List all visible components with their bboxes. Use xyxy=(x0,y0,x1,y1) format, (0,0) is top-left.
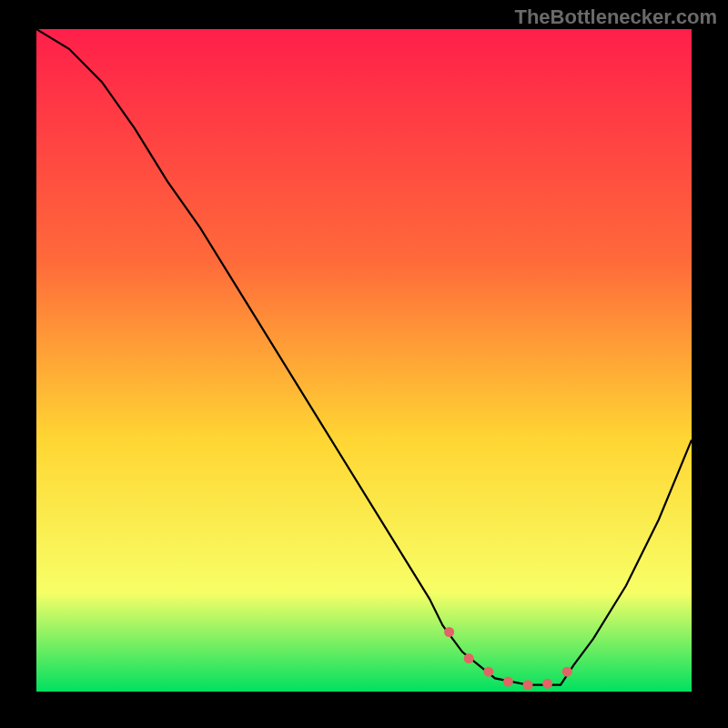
chart-frame: TheBottlenecker.com xyxy=(0,0,728,728)
marker-dot xyxy=(444,627,454,637)
marker-dot xyxy=(464,653,474,663)
watermark-text: TheBottlenecker.com xyxy=(514,5,717,29)
chart-svg xyxy=(36,29,692,692)
marker-dot xyxy=(503,677,513,687)
marker-dot xyxy=(483,667,493,677)
plot-area xyxy=(36,29,692,692)
marker-dot xyxy=(523,680,533,690)
marker-dot xyxy=(542,679,552,689)
marker-dot xyxy=(562,667,572,677)
